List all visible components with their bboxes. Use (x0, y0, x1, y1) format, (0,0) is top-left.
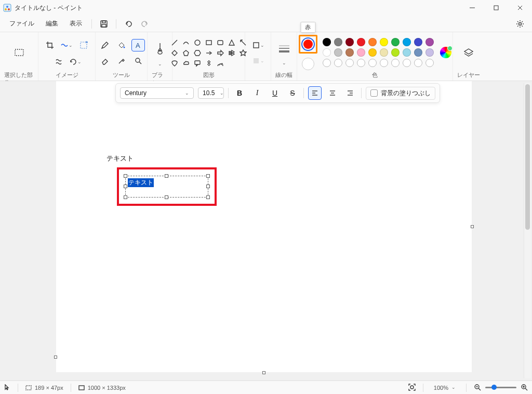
shape-outline-button[interactable]: ⌄ (251, 39, 265, 51)
edit-colors-button[interactable] (440, 47, 451, 58)
textbox-selected-text[interactable]: テキスト (128, 178, 154, 187)
brush-tool[interactable] (152, 40, 168, 58)
menu-edit[interactable]: 編集 (41, 17, 63, 30)
color-swatch-empty[interactable] (414, 59, 422, 67)
zoom-dropdown[interactable]: 100% ⌄ (431, 384, 459, 392)
annotation-highlight: テキスト (117, 167, 217, 206)
resize-handle[interactable] (206, 174, 210, 178)
font-size-value: 10.5 (203, 89, 215, 97)
color-swatch[interactable] (391, 48, 400, 57)
color-swatch-empty[interactable] (380, 59, 388, 67)
zoom-out-button[interactable] (474, 384, 481, 392)
color-1-selected[interactable]: 赤 (299, 35, 317, 54)
color-2[interactable] (302, 58, 314, 70)
menu-file[interactable]: ファイル (4, 17, 39, 30)
color-swatch-empty[interactable] (357, 59, 365, 67)
color-swatch[interactable] (380, 48, 388, 57)
shapes-gallery[interactable] (170, 38, 248, 68)
close-button[interactable] (508, 0, 532, 16)
undo-button[interactable] (121, 17, 136, 31)
svg-point-11 (519, 22, 522, 25)
color-swatch[interactable] (334, 48, 342, 57)
fill-tool[interactable] (115, 39, 128, 51)
canvas[interactable] (56, 81, 472, 372)
canvas-resize-handle[interactable] (262, 371, 265, 374)
pencil-tool[interactable] (98, 39, 112, 51)
color-swatch[interactable] (414, 48, 422, 57)
flip-button[interactable]: ⌄ (69, 56, 82, 68)
svg-rect-32 (195, 61, 200, 64)
color-swatch[interactable] (357, 38, 365, 46)
scrollbar-thumb[interactable] (525, 84, 530, 230)
zoom-track[interactable] (485, 387, 516, 388)
magnifier-tool[interactable] (131, 55, 145, 67)
svg-point-20 (195, 40, 200, 45)
color-swatch[interactable] (403, 38, 411, 46)
redo-button[interactable] (137, 17, 153, 31)
strikethrough-button[interactable]: S (286, 86, 299, 100)
align-right-button[interactable] (343, 86, 357, 100)
save-button[interactable] (96, 17, 112, 31)
color-swatch-empty[interactable] (425, 59, 434, 67)
zoom-knob[interactable] (491, 385, 497, 390)
color-swatch[interactable] (391, 38, 400, 46)
resize-handle[interactable] (206, 185, 210, 188)
zoom-in-button[interactable] (521, 384, 528, 392)
color-swatch[interactable] (334, 38, 342, 46)
resize-handle[interactable] (206, 195, 210, 199)
color-swatch-empty[interactable] (368, 59, 377, 67)
color-swatch[interactable] (368, 38, 377, 46)
resize-handle[interactable] (124, 174, 127, 178)
color-swatch-empty[interactable] (403, 59, 411, 67)
color-swatch[interactable] (345, 38, 354, 46)
underline-button[interactable]: U (268, 86, 282, 100)
color-swatch-empty[interactable] (334, 59, 342, 67)
vertical-scrollbar[interactable] (524, 83, 531, 378)
resize-button[interactable]: ⌄ (60, 39, 73, 51)
stroke-width-button[interactable] (276, 41, 292, 57)
maximize-button[interactable] (484, 0, 508, 16)
align-center-button[interactable] (326, 86, 339, 100)
color-swatch[interactable] (357, 48, 365, 57)
resize-handle[interactable] (124, 195, 127, 199)
minimize-button[interactable] (460, 0, 484, 16)
layers-button[interactable] (461, 45, 476, 61)
select-rect-button[interactable] (11, 45, 27, 61)
resize-handle[interactable] (124, 185, 127, 188)
text-tool[interactable]: A (131, 39, 145, 51)
font-family-dropdown[interactable]: Century ⌄ (120, 87, 194, 99)
color-swatch[interactable] (368, 48, 377, 57)
italic-button[interactable]: I (250, 86, 264, 100)
canvas-resize-handle[interactable] (471, 225, 474, 228)
resize-handle[interactable] (165, 195, 168, 199)
canvas-resize-handle[interactable] (54, 356, 57, 359)
svg-rect-9 (102, 21, 105, 23)
color-swatch-empty[interactable] (345, 59, 354, 67)
fit-screen-icon[interactable] (408, 384, 416, 392)
align-left-button[interactable] (308, 86, 322, 100)
chevron-down-icon: ⌄ (282, 60, 286, 65)
resize-handle[interactable] (165, 174, 168, 178)
menu-view[interactable]: 表示 (64, 17, 87, 30)
color-swatch-empty[interactable] (391, 59, 400, 67)
color-swatch[interactable] (414, 38, 422, 46)
color-swatch[interactable] (345, 48, 354, 57)
settings-button[interactable] (512, 17, 528, 31)
crop-button[interactable] (43, 39, 57, 51)
color-swatch[interactable] (403, 48, 411, 57)
font-size-dropdown[interactable]: 10.5 ⌄ (198, 87, 224, 99)
color-swatch[interactable] (323, 38, 331, 46)
color-swatch-empty[interactable] (323, 59, 331, 67)
color-swatch[interactable] (425, 38, 434, 46)
rotate-button[interactable] (52, 56, 65, 68)
eraser-tool[interactable] (98, 55, 112, 67)
bold-button[interactable]: B (233, 86, 246, 100)
eyedropper-tool[interactable] (115, 55, 128, 67)
shape-fill-button[interactable]: ⌄ (251, 55, 265, 67)
text-edit-frame[interactable]: テキスト (125, 176, 208, 198)
fill-background-checkbox[interactable]: 背景の塗りつぶし (366, 87, 435, 100)
color-swatch[interactable] (380, 38, 388, 46)
color-swatch[interactable] (323, 48, 331, 57)
select-expand-button[interactable] (76, 38, 91, 52)
color-swatch[interactable] (425, 48, 434, 57)
